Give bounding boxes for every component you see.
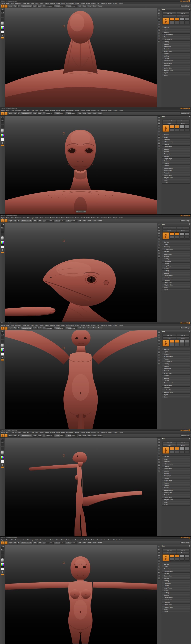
move-3d-icon[interactable]: Mv <box>157 35 160 37</box>
aa-half-icon[interactable]: AA <box>157 18 160 20</box>
recent-tool-icon[interactable] <box>175 125 179 128</box>
recent-tool-icon[interactable] <box>170 340 174 343</box>
transform-mode-button[interactable]: Edit <box>78 542 82 544</box>
tool-section[interactable]: ▸ Displacement <box>162 60 190 62</box>
color-mode-button[interactable]: Mrgb <box>8 327 13 329</box>
scroll-canvas-icon[interactable]: Sc <box>157 546 160 548</box>
tool-section[interactable]: ▸ Adaptive Skin <box>162 69 190 72</box>
current-tool-icon[interactable] <box>162 232 169 239</box>
z-intensity-slider[interactable]: Z Intensity 25 <box>43 112 54 115</box>
palette-menu-icon[interactable] <box>189 224 190 225</box>
main-color-swatch[interactable] <box>1 568 4 570</box>
frame-mesh-icon[interactable]: Fr <box>157 246 160 249</box>
tool-section[interactable]: ▸ Normal Map <box>162 62 190 64</box>
current-brush-icon[interactable] <box>1 332 5 335</box>
recent-tool-icon[interactable] <box>170 236 174 238</box>
menu-item[interactable]: Marker <box>45 539 49 540</box>
stroke-icon[interactable] <box>1 228 4 232</box>
focal-shift-slider[interactable]: Focal Shift 0 <box>66 542 77 544</box>
tool-section[interactable]: ▸ Adaptive Skin <box>162 498 190 501</box>
secondary-color-swatch[interactable] <box>1 464 4 466</box>
recent-tool-icon[interactable] <box>170 554 174 557</box>
menu-item[interactable]: Tool <box>97 217 99 218</box>
menu-item[interactable]: Render <box>75 432 79 433</box>
menu-item[interactable]: Render <box>75 217 79 218</box>
tool-section[interactable]: ▸ Layers <box>162 28 190 31</box>
focal-shift-slider[interactable]: Focal Shift 0 <box>66 220 77 222</box>
menu-item[interactable]: Draw <box>23 217 26 218</box>
alpha-icon[interactable] <box>1 340 4 343</box>
tool-section[interactable]: ▸ Preview <box>162 250 190 253</box>
tool-section[interactable]: ▸ Unified Skin <box>162 67 190 69</box>
recent-tool-icon[interactable] <box>185 18 190 20</box>
menu-item[interactable]: Color <box>11 217 14 218</box>
scale-3d-icon[interactable]: Sl <box>157 145 160 148</box>
menu-item[interactable]: Stroke <box>86 432 90 433</box>
tool-section[interactable]: ▸ Import <box>162 501 190 503</box>
draw-size-slider[interactable]: Draw Size 64 <box>54 220 65 222</box>
menu-item[interactable]: Marker <box>45 217 49 218</box>
tool-section[interactable]: ▸ Geometry <box>162 246 190 248</box>
local-transform-icon[interactable]: L <box>157 456 160 458</box>
secondary-color-swatch[interactable] <box>1 34 4 36</box>
menu-item[interactable]: Transform <box>101 432 107 433</box>
tool-section[interactable]: ▸ Visibility <box>162 472 190 475</box>
scale-3d-icon[interactable]: Sl <box>157 574 160 577</box>
menu-item[interactable]: Texture <box>91 539 96 540</box>
zoom-canvas-icon[interactable]: Zm <box>157 334 160 336</box>
menu-item[interactable]: Light <box>36 2 38 4</box>
stroke-icon[interactable] <box>1 121 4 124</box>
menu-item[interactable]: Document <box>15 539 21 540</box>
frame-mesh-icon[interactable]: Fr <box>157 32 160 34</box>
current-brush-chip-icon[interactable] <box>5 112 8 115</box>
transform-mode-button[interactable]: Rotate <box>97 220 103 222</box>
default-zscript-button[interactable]: DefaultZScript <box>180 220 190 222</box>
menu-item[interactable]: Stencil <box>81 217 85 218</box>
tool-section[interactable]: ▸ Import <box>162 179 190 181</box>
transform-mode-button[interactable]: Edit <box>78 220 82 222</box>
focal-shift-slider[interactable]: Focal Shift 0 <box>66 434 77 437</box>
focal-shift-slider[interactable]: Focal Shift 0 <box>66 5 77 8</box>
perspective-icon[interactable]: P <box>157 128 160 130</box>
transform-mode-button[interactable]: Scale <box>92 5 97 8</box>
menu-item[interactable]: Document <box>15 217 21 218</box>
tool-section[interactable]: ▸ Contact <box>162 584 190 587</box>
transform-mode-button[interactable]: Draw <box>82 112 87 115</box>
tool-file-button[interactable]: Load Tool <box>162 334 176 336</box>
tool-section[interactable]: ▸ Colorize <box>162 272 190 274</box>
menu-item[interactable]: Material <box>50 324 55 326</box>
menu-item[interactable]: Texture <box>91 432 96 433</box>
transform-mode-button[interactable]: Rotate <box>97 112 103 115</box>
menu-item[interactable]: Macro <box>40 432 43 433</box>
symmetry-icon[interactable]: Sy <box>157 29 160 32</box>
document-canvas[interactable] <box>5 223 157 322</box>
tool-section[interactable]: ▸ Morph Target <box>162 479 190 482</box>
rgb-intensity-slider[interactable]: Rgb Intensity 100 <box>21 220 32 222</box>
menu-item[interactable]: Tool <box>97 110 99 111</box>
recent-tool-icon[interactable] <box>185 128 190 131</box>
tool-section[interactable]: ▸ Morph Target <box>162 265 190 267</box>
recent-tool-icon[interactable] <box>170 18 174 20</box>
recent-tool-icon[interactable] <box>180 558 184 560</box>
color-mode-button[interactable]: Rgb <box>13 220 17 222</box>
depth-mode-button[interactable]: Zsub <box>38 327 42 329</box>
menu-item[interactable]: Document <box>15 432 21 433</box>
color-mode-button[interactable]: Rgb <box>13 327 17 329</box>
transform-mode-button[interactable]: Rotate <box>97 327 103 329</box>
menu-item[interactable]: Stroke <box>86 2 90 4</box>
transform-mode-button[interactable]: Draw <box>82 327 87 329</box>
menu-item[interactable]: Material <box>50 539 55 540</box>
menu-item[interactable]: Layer <box>31 432 34 433</box>
current-tool-icon[interactable] <box>162 125 169 132</box>
current-brush-chip-icon[interactable] <box>5 541 8 544</box>
focal-shift-slider[interactable]: Focal Shift 0 <box>66 112 77 115</box>
tool-section[interactable]: ▸ Normal Map <box>162 277 190 279</box>
tool-section[interactable]: ▸ Projection <box>162 386 190 389</box>
recent-tool-icon[interactable] <box>170 125 174 128</box>
zoom-canvas-icon[interactable]: Zm <box>157 12 160 14</box>
current-tool-icon[interactable] <box>162 340 169 346</box>
current-tool-icon[interactable] <box>162 447 169 454</box>
menu-item[interactable]: Edit <box>27 110 30 111</box>
document-canvas[interactable] <box>5 438 157 536</box>
menu-item[interactable]: Stencil <box>81 110 85 111</box>
